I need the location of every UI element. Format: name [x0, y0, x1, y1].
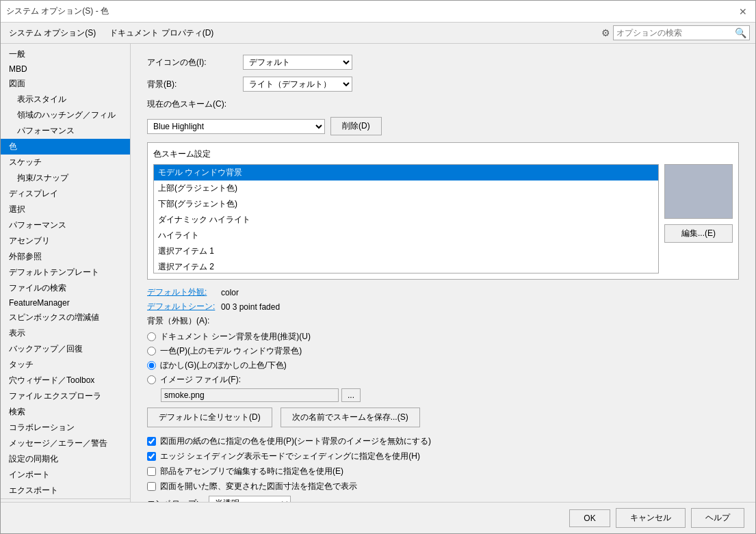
- radio-one-color: 一色(P)(上のモデル ウィンドウ背景色): [147, 345, 739, 357]
- sidebar-item-26[interactable]: 設定の同期化: [1, 451, 130, 467]
- sidebar-item-17[interactable]: スピンボックスの増減値: [1, 310, 130, 325]
- checkbox-3[interactable]: [147, 482, 156, 491]
- color-preview-box: [664, 164, 733, 219]
- sidebar-item-2[interactable]: 図面: [1, 76, 130, 92]
- color-scheme-inner: モデル ウィンドウ背景上部(グラジェント色)下部(グラジェント色)ダイナミック …: [153, 164, 733, 273]
- title-bar: システム オプション(S) - 色 ✕: [1, 1, 755, 23]
- browse-button[interactable]: ...: [341, 388, 361, 402]
- right-panel: アイコンの色(I): デフォルト 背景(B): ライト（デフォルト） 現在の色ス…: [131, 44, 755, 502]
- current-scheme-select[interactable]: Blue Highlight: [147, 119, 325, 134]
- sidebar-item-20[interactable]: タッチ: [1, 357, 130, 373]
- sidebar-item-11[interactable]: パフォーマンス: [1, 217, 130, 233]
- title-bar-text: システム オプション(S) - 色: [6, 5, 109, 17]
- radio-image-input[interactable]: [147, 375, 156, 384]
- sidebar-item-8[interactable]: 拘束/スナップ: [1, 170, 130, 186]
- sidebar-item-10[interactable]: 選択: [1, 202, 130, 217]
- color-list-item-1[interactable]: 上部(グラジェント色): [154, 181, 658, 196]
- ok-button[interactable]: OK: [569, 509, 610, 527]
- reset-all-button[interactable]: デフォルトに全リセット(D): [147, 408, 272, 427]
- sidebar-item-19[interactable]: バックアップ／回復: [1, 341, 130, 357]
- checkbox-0[interactable]: [147, 437, 156, 446]
- sidebar-item-16[interactable]: FeatureManager: [1, 296, 130, 310]
- menu-document-properties[interactable]: ドキュメント プロパティ(D): [107, 26, 216, 40]
- current-scheme-label: 現在の色スキーム(C):: [147, 98, 263, 110]
- sidebar-item-0[interactable]: 一般: [1, 46, 130, 62]
- icon-color-row: アイコンの色(I): デフォルト: [147, 55, 739, 70]
- sidebar-item-9[interactable]: ディスプレイ: [1, 186, 130, 202]
- sidebar-item-1[interactable]: MBD: [1, 62, 130, 76]
- sidebar-item-22[interactable]: ファイル エクスプローラ: [1, 388, 130, 404]
- checkbox-row-1: エッジ シェイディング表示モードでシェイディングに指定色を使用(H): [147, 451, 739, 462]
- search-input[interactable]: [616, 28, 735, 38]
- sidebar-item-14[interactable]: デフォルトテンプレート: [1, 265, 130, 280]
- sidebar: 一般MBD図面表示スタイル領域のハッチング／フィルパフォーマンス色スケッチ拘束/…: [1, 44, 131, 502]
- gear-icon[interactable]: ⚙: [601, 27, 610, 38]
- save-scheme-button[interactable]: 次の名前でスキームを保存...(S): [281, 408, 420, 427]
- color-list-item-2[interactable]: 下部(グラジェント色): [154, 196, 658, 212]
- default-scene-row: デフォルトシーン: 00 3 point faded: [147, 301, 739, 312]
- checkbox-label-1: エッジ シェイディング表示モードでシェイディングに指定色を使用(H): [160, 451, 420, 462]
- edit-button[interactable]: 編集...(E): [664, 224, 733, 243]
- background-row: 背景(B): ライト（デフォルト）: [147, 77, 739, 92]
- sidebar-item-21[interactable]: 穴ウィザード／Toolbox: [1, 373, 130, 388]
- file-row: ...: [161, 388, 739, 402]
- close-button[interactable]: ✕: [736, 5, 750, 18]
- color-list-item-4[interactable]: ハイライト: [154, 228, 658, 243]
- radio-image-label: イメージ ファイル(F):: [160, 374, 241, 386]
- default-appearance-link[interactable]: デフォルト外観:: [147, 286, 216, 298]
- sidebar-item-7[interactable]: スケッチ: [1, 155, 130, 170]
- envelope-row: エンベロープ: 半透明: [147, 496, 739, 502]
- default-appearance-row: デフォルト外観: color: [147, 286, 739, 298]
- radio-blur-input[interactable]: [147, 361, 156, 370]
- color-list-item-5[interactable]: 選択アイテム 1: [154, 243, 658, 259]
- search-icon[interactable]: 🔍: [735, 27, 746, 38]
- checkbox-label-2: 部品をアセンブリで編集する時に指定色を使用(E): [160, 466, 343, 477]
- icon-color-select[interactable]: デフォルト: [243, 55, 352, 70]
- menu-bar-right: ⚙ 🔍: [601, 25, 750, 40]
- radio-one-color-label: 一色(P)(上のモデル ウィンドウ背景色): [160, 345, 302, 357]
- color-list-item-0[interactable]: モデル ウィンドウ背景: [154, 165, 658, 181]
- radio-doc-scene-input[interactable]: [147, 332, 156, 341]
- sidebar-item-4[interactable]: 領域のハッチング／フィル: [1, 107, 130, 123]
- sidebar-item-27[interactable]: インポート: [1, 467, 130, 483]
- default-appearance-value: color: [221, 288, 239, 297]
- checkbox-1[interactable]: [147, 452, 156, 461]
- color-list: モデル ウィンドウ背景上部(グラジェント色)下部(グラジェント色)ダイナミック …: [153, 164, 659, 273]
- radio-blur: ぼかし(G)(上のぼかしの上色/下色): [147, 360, 739, 371]
- bottom-buttons: OK キャンセル ヘルプ: [1, 502, 755, 533]
- color-list-item-3[interactable]: ダイナミック ハイライト: [154, 212, 658, 228]
- radio-image: イメージ ファイル(F):: [147, 374, 739, 386]
- current-scheme-row: 現在の色スキーム(C):: [147, 98, 739, 110]
- color-list-item-6[interactable]: 選択アイテム 2: [154, 259, 658, 273]
- envelope-select[interactable]: 半透明: [209, 496, 291, 502]
- cancel-button[interactable]: キャンセル: [616, 508, 686, 528]
- sidebar-item-28[interactable]: エクスポート: [1, 483, 130, 498]
- radio-blur-label: ぼかし(G)(上のぼかしの上色/下色): [160, 360, 287, 371]
- color-scheme-title: 色スキーム設定: [153, 148, 733, 160]
- sidebar-item-18[interactable]: 表示: [1, 325, 130, 341]
- sidebar-item-25[interactable]: メッセージ／エラー／警告: [1, 436, 130, 451]
- file-input[interactable]: [161, 388, 339, 402]
- radio-one-color-input[interactable]: [147, 347, 156, 356]
- delete-button[interactable]: 削除(D): [330, 117, 382, 135]
- sidebar-item-15[interactable]: ファイルの検索: [1, 280, 130, 296]
- default-scene-link[interactable]: デフォルトシーン:: [147, 301, 216, 312]
- menu-system-options[interactable]: システム オプション(S): [6, 26, 99, 40]
- background-label: 背景(B):: [147, 79, 243, 90]
- sidebar-item-3[interactable]: 表示スタイル: [1, 92, 130, 107]
- sidebar-item-12[interactable]: アセンブリ: [1, 233, 130, 249]
- default-scene-value: 00 3 point faded: [221, 302, 280, 312]
- sidebar-item-5[interactable]: パフォーマンス: [1, 123, 130, 139]
- sidebar-item-24[interactable]: コラボレーション: [1, 420, 130, 436]
- help-button[interactable]: ヘルプ: [691, 508, 744, 528]
- icon-color-label: アイコンの色(I):: [147, 57, 243, 68]
- menu-bar-left: システム オプション(S) ドキュメント プロパティ(D): [6, 26, 216, 40]
- background-select[interactable]: ライト（デフォルト）: [243, 77, 352, 92]
- background-appearance-section: 背景（外観）(A): ドキュメント シーン背景を使用(推奨)(U) 一色(P)(…: [147, 315, 739, 402]
- sidebar-item-6[interactable]: 色: [1, 139, 130, 155]
- sidebar-item-13[interactable]: 外部参照: [1, 249, 130, 265]
- radio-doc-scene: ドキュメント シーン背景を使用(推奨)(U): [147, 331, 739, 343]
- checkbox-2[interactable]: [147, 467, 156, 476]
- sidebar-item-23[interactable]: 検索: [1, 404, 130, 420]
- current-scheme-select-row: Blue Highlight 削除(D): [147, 117, 739, 135]
